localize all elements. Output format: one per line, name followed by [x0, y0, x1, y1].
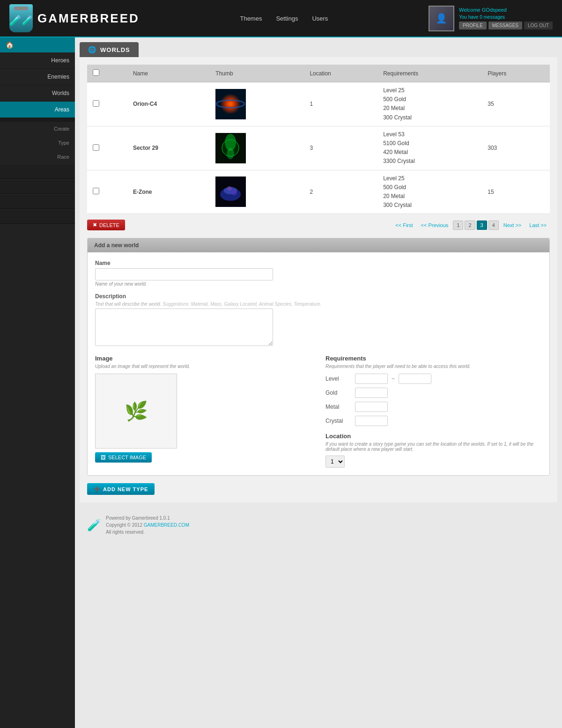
- content-area: Name Thumb Location Requirements Players…: [80, 57, 557, 502]
- level-tilde: ~: [392, 375, 395, 382]
- user-area: 👤 Welcome GOdspeed You have 0 messages P…: [429, 6, 553, 31]
- name-input[interactable]: [95, 268, 273, 280]
- thumb-cell-2: [210, 126, 304, 170]
- delete-icon: ✖: [93, 222, 97, 228]
- add-type-button[interactable]: ➕ ADD NEW TYPE: [87, 483, 155, 495]
- location-hint: If you want to create a story type game …: [325, 441, 542, 452]
- footer: 🧪 Powered by Gamerbreed 1.0.1 Copyright …: [80, 507, 557, 543]
- name-field-group: Name Name of your new world.: [95, 260, 542, 287]
- layout: 🏠 Heroes Enemies Worlds Areas Create Typ…: [0, 37, 562, 728]
- user-info: Welcome GOdspeed You have 0 messages PRO…: [459, 7, 553, 29]
- nav-users[interactable]: Users: [312, 15, 328, 22]
- image-col: Image Upload an image that will represen…: [95, 355, 311, 468]
- svg-point-11: [231, 190, 237, 195]
- req-2: Level 535100 Gold420 Metal3300 Crystal: [377, 126, 482, 170]
- table-row: Orion-C4: [87, 82, 550, 126]
- select-image-button[interactable]: 🖼 SELECT IMAGE: [95, 452, 152, 463]
- level-input-2[interactable]: [399, 374, 431, 384]
- thumb-orion: [215, 89, 246, 119]
- location-3: 2: [304, 170, 377, 214]
- sidebar-placeholder-2: [0, 180, 75, 194]
- sidebar-sub-type[interactable]: Type: [0, 136, 75, 150]
- select-all-checkbox[interactable]: [93, 69, 99, 76]
- add-world-header: Add a new world: [88, 238, 549, 252]
- messages-button[interactable]: MESSAGES: [488, 22, 522, 29]
- delete-button[interactable]: ✖ DELETE: [87, 220, 125, 230]
- name-label: Name: [95, 260, 542, 266]
- row-checkbox-2[interactable]: [93, 144, 99, 151]
- gold-input[interactable]: [355, 388, 388, 398]
- image-sublabel: Upload an image that will represent the …: [95, 364, 311, 369]
- col-name: Name: [127, 65, 210, 82]
- page-1[interactable]: 1: [453, 221, 463, 230]
- page-first[interactable]: << First: [392, 221, 416, 229]
- crystal-input[interactable]: [355, 416, 388, 426]
- thumb-cell-3: [210, 170, 304, 214]
- profile-button[interactable]: PROFILE: [459, 22, 487, 29]
- add-type-section: ➕ ADD NEW TYPE: [87, 483, 550, 495]
- logo-icon: 🧪: [9, 4, 33, 32]
- desc-textarea[interactable]: [95, 309, 273, 346]
- world-name-3: E-Zone: [127, 170, 210, 214]
- form-two-col: Image Upload an image that will represen…: [95, 355, 542, 468]
- metal-input[interactable]: [355, 402, 388, 412]
- sidebar-item-enemies[interactable]: Enemies: [0, 69, 75, 85]
- avatar: 👤: [429, 6, 454, 31]
- thumb-sector: [215, 133, 246, 163]
- page-4[interactable]: 4: [488, 221, 499, 230]
- welcome-text: Welcome GOdspeed: [459, 7, 553, 13]
- page-last[interactable]: Last >>: [526, 221, 550, 229]
- sidebar-item-areas[interactable]: Areas: [0, 102, 75, 118]
- row-checkbox-3[interactable]: [93, 188, 99, 194]
- add-world-body: Name Name of your new world. Description…: [88, 252, 549, 475]
- gold-field: Gold: [325, 388, 542, 398]
- page-prev[interactable]: << Previous: [418, 221, 452, 229]
- sidebar-item-worlds[interactable]: Worlds: [0, 85, 75, 102]
- footer-brand-link[interactable]: GAMERBREED.COM: [144, 522, 189, 528]
- name-hint: Name of your new world.: [95, 281, 542, 287]
- location-1: 1: [304, 82, 377, 126]
- sidebar-sub-race[interactable]: Race: [0, 150, 75, 164]
- sidebar-item-heroes[interactable]: Heroes: [0, 52, 75, 69]
- crystal-label: Crystal: [325, 418, 351, 424]
- nav-links: Themes Settings Users: [240, 15, 328, 22]
- page-tab-label: WORLDS: [100, 46, 130, 53]
- players-3: 15: [482, 170, 550, 214]
- desc-field-group: Description Text that will describe the …: [95, 293, 542, 347]
- sidebar: 🏠 Heroes Enemies Worlds Areas Create Typ…: [0, 37, 75, 728]
- nav-themes[interactable]: Themes: [240, 15, 262, 22]
- logo-area: 🧪 GAMERBREED: [9, 4, 140, 32]
- delete-label: DELETE: [99, 222, 119, 228]
- page-2[interactable]: 2: [465, 221, 475, 230]
- footer-powered: Powered by Gamerbreed 1.0.1: [106, 515, 189, 522]
- image-placeholder-icon: 🌿: [125, 400, 148, 422]
- add-world-title: Add a new world: [94, 242, 139, 249]
- sidebar-sub-create[interactable]: Create: [0, 122, 75, 136]
- level-input[interactable]: [355, 374, 388, 384]
- row-checkbox-1[interactable]: [93, 100, 99, 107]
- level-field: Level ~: [325, 374, 542, 384]
- crystal-field: Crystal: [325, 416, 542, 426]
- sidebar-home[interactable]: 🏠: [0, 37, 75, 52]
- select-image-icon: 🖼: [101, 455, 106, 460]
- home-icon: 🏠: [6, 41, 14, 49]
- metal-label: Metal: [325, 404, 351, 410]
- sidebar-placeholder-1: [0, 165, 75, 179]
- players-1: 35: [482, 82, 550, 126]
- world-name-1: Orion-C4: [127, 82, 210, 126]
- metal-field: Metal: [325, 402, 542, 412]
- logout-button[interactable]: LOG OUT: [524, 22, 553, 29]
- location-2: 3: [304, 126, 377, 170]
- add-world-section: Add a new world Name Name of your new wo…: [87, 238, 550, 476]
- page-3[interactable]: 3: [477, 221, 487, 230]
- messages-text: You have 0 messages: [459, 15, 553, 20]
- svg-point-6: [227, 148, 234, 159]
- page-next[interactable]: Next >>: [500, 221, 525, 229]
- add-type-icon: ➕: [94, 486, 101, 492]
- col-players: Players: [482, 65, 550, 82]
- worlds-tab-icon: 🌐: [88, 46, 96, 53]
- location-label: Location: [325, 433, 542, 440]
- location-select[interactable]: 1 2 3: [325, 456, 345, 468]
- col-thumb: Thumb: [210, 65, 304, 82]
- nav-settings[interactable]: Settings: [276, 15, 298, 22]
